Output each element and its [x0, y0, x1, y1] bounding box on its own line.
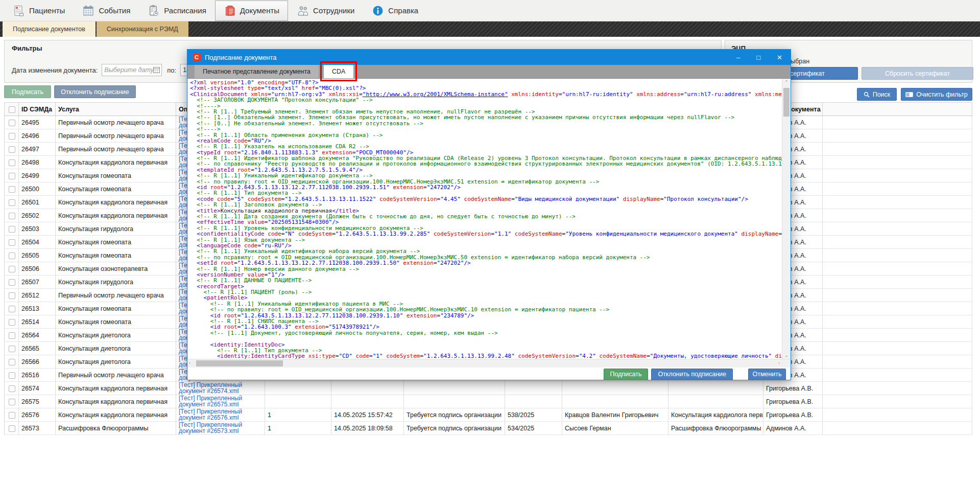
cell-service: Расшифровка Флюорограммы — [56, 422, 176, 435]
row-checkbox[interactable] — [9, 279, 15, 286]
toolbar-item-events[interactable]: События — [74, 1, 139, 21]
cell-version — [265, 395, 331, 408]
scroll-left-icon[interactable]: ‹ — [189, 360, 190, 365]
horizontal-scrollbar[interactable]: ‹ › — [187, 359, 791, 368]
cell-modified — [331, 382, 404, 395]
row-checkbox[interactable] — [9, 359, 15, 365]
row-checkbox[interactable] — [9, 213, 15, 219]
horizontal-scrollbar-thumb[interactable] — [196, 360, 283, 366]
row-checkbox[interactable] — [9, 385, 15, 392]
close-icon[interactable]: ✕ — [777, 54, 782, 61]
toolbar-item-help[interactable]: Справка — [363, 1, 427, 21]
cell-sel — [5, 116, 19, 129]
dialog-sign-button[interactable]: Подписать — [604, 369, 649, 380]
cell-service: Консультация гирудолога — [56, 222, 176, 236]
clear-filter-button[interactable]: Очистить фильтр — [901, 88, 972, 101]
cell-file: [Тест] Прикрепленный документ #26575.xml — [176, 395, 265, 408]
row-checkbox[interactable] — [9, 146, 15, 153]
row-checkbox[interactable] — [9, 253, 15, 259]
scroll-up-icon[interactable]: ⌃ — [782, 80, 791, 85]
reset-certificate-button[interactable]: Сбросить сертификат — [862, 67, 973, 80]
cell-document: Расшифровка Флюорограммы — [668, 422, 763, 435]
cell-id: 26499 — [19, 169, 56, 182]
toolbar-item-documents[interactable]: Документы — [215, 1, 288, 21]
filters-title: Фильтры — [12, 44, 42, 52]
cell-status — [404, 382, 505, 395]
table-row[interactable]: 26575Консультация кардиолога первичная[Т… — [5, 395, 972, 408]
cell-author: Григорьева А.В. — [763, 408, 823, 422]
row-checkbox[interactable] — [9, 346, 15, 352]
decline-signing-button[interactable]: Отклонить подписание — [54, 85, 136, 98]
row-checkbox[interactable] — [9, 199, 15, 206]
document-file-link[interactable]: [Тест] Прикрепленный документ #26575.xml — [179, 395, 262, 407]
row-checkbox[interactable] — [9, 412, 15, 419]
cell-document — [668, 395, 763, 408]
table-row[interactable]: 26576Консультация кардиолога первичная[Т… — [5, 408, 972, 422]
dialog-title-bar[interactable]: C Подписание документа – □ ✕ — [187, 50, 791, 65]
cell-extra — [823, 276, 972, 289]
cell-version: 1 — [265, 422, 331, 435]
row-checkbox[interactable] — [9, 226, 15, 233]
column-header-service[interactable]: Услуга — [56, 103, 176, 116]
tab-cda[interactable]: CDA — [324, 65, 353, 78]
row-checkbox[interactable] — [9, 319, 15, 326]
cell-service: Консультация кардиолога первичная — [56, 382, 176, 395]
cell-extra — [823, 182, 972, 196]
table-row[interactable]: 26573Расшифровка Флюорограммы[Тест] Прик… — [5, 422, 972, 435]
vertical-scrollbar-thumb[interactable] — [783, 88, 790, 117]
row-checkbox[interactable] — [9, 372, 15, 379]
cell-id: 26504 — [19, 236, 56, 249]
main-toolbar: ПациентыСобытияРасписанияДокументыСотруд… — [0, 0, 980, 21]
scroll-right-icon[interactable]: › — [778, 360, 780, 365]
tab-remd-sync[interactable]: Синхронизация с РЭМД — [97, 21, 188, 37]
select-all-checkbox[interactable] — [9, 106, 15, 113]
cell-service: Первичный осмотр лечащего врача — [56, 289, 176, 302]
cell-sel — [5, 143, 19, 156]
toolbar-item-patients[interactable]: Пациенты — [4, 1, 74, 21]
cell-version — [265, 382, 331, 395]
cell-id: 26495 — [19, 116, 56, 129]
tab-print-view[interactable]: Печатное представление документа — [195, 65, 319, 78]
row-checkbox[interactable] — [9, 186, 15, 193]
sign-button[interactable]: Подписать — [4, 85, 51, 98]
dialog-cancel-button[interactable]: Отменить — [748, 369, 786, 380]
dialog-decline-signing-button[interactable]: Отклонить подписание — [651, 369, 733, 380]
document-file-link[interactable]: [Тест] Прикрепленный документ #26573.xml — [179, 422, 262, 434]
row-checkbox[interactable] — [9, 120, 15, 126]
cell-service: Консультация гомеопата — [56, 182, 176, 196]
cell-id: 26496 — [19, 129, 56, 143]
row-checkbox[interactable] — [9, 332, 15, 339]
row-checkbox[interactable] — [9, 306, 15, 312]
row-checkbox[interactable] — [9, 159, 15, 166]
row-checkbox[interactable] — [9, 133, 15, 140]
cell-number — [505, 382, 562, 395]
tab-document-signing[interactable]: Подписание документов — [3, 21, 95, 37]
scroll-down-icon[interactable]: ⌄ — [782, 353, 791, 358]
column-header-sel[interactable] — [5, 103, 19, 116]
row-checkbox[interactable] — [9, 266, 15, 272]
row-checkbox[interactable] — [9, 399, 15, 405]
vertical-scrollbar[interactable]: ⌃ ⌄ — [782, 79, 791, 359]
maximize-icon[interactable]: □ — [756, 54, 760, 61]
toolbar-item-staff[interactable]: Сотрудники — [288, 1, 363, 21]
row-checkbox[interactable] — [9, 173, 15, 179]
row-checkbox[interactable] — [9, 239, 15, 246]
cell-sel — [5, 262, 19, 276]
toolbar-item-schedule[interactable]: Расписания — [139, 1, 214, 21]
cell-version: 1 — [265, 408, 331, 422]
row-checkbox[interactable] — [9, 292, 15, 299]
column-header-id[interactable]: ID СЭМДа — [19, 103, 56, 116]
document-file-link[interactable]: [Тест] Прикрепленный документ #26574.xml — [179, 382, 262, 394]
cell-sel — [5, 315, 19, 329]
toolbar-items: ПациентыСобытияРасписанияДокументыСотруд… — [4, 1, 427, 21]
cell-id: 26575 — [19, 395, 56, 408]
minimize-icon[interactable]: – — [736, 54, 740, 61]
cell-extra — [823, 169, 972, 182]
cell-document: Консультация кардиолога первичная — [668, 408, 763, 422]
row-checkbox[interactable] — [9, 425, 15, 432]
document-file-link[interactable]: [Тест] Прикрепленный документ #26576.xml — [179, 408, 262, 421]
search-button[interactable]: Поиск — [857, 88, 897, 101]
table-row[interactable]: 26574Консультация кардиолога первичная[Т… — [5, 382, 972, 395]
cell-sel — [5, 222, 19, 236]
cell-id: 26516 — [19, 369, 56, 382]
